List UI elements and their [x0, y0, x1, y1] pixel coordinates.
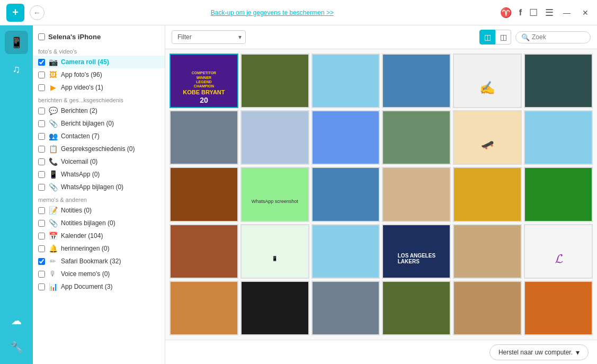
photo-cell[interactable]: 84C986E....JPG [311, 224, 380, 279]
sidebar-item-herinneringen[interactable]: 🔔 herinneringen (0) [33, 242, 165, 255]
berichten-checkbox[interactable] [38, 108, 45, 114]
icon-sidebar: 📱 ♫ ☁ 🔧 [0, 25, 33, 364]
photo-cell[interactable]: ... [524, 281, 593, 335]
whatsapp-label: WhatsApp (0) [61, 171, 100, 178]
filter-select-wrap: Filter Alle Foto's Video's [172, 30, 246, 44]
notities-checkbox[interactable] [38, 207, 45, 214]
main-layout: 📱 ♫ ☁ 🔧 Selena's iPhone foto's & video's… [0, 25, 597, 364]
voice-memo-icon: 🎙 [48, 269, 58, 279]
sidebar-phone-icon[interactable]: 📱 [5, 31, 28, 54]
herinneringen-checkbox[interactable] [38, 245, 45, 252]
sidebar-item-kalender[interactable]: 📅 Kalender (104) [33, 229, 165, 242]
title-bar-center: Back-up om je gegevens te beschermen >> [44, 9, 500, 16]
notities-bijlagen-label: Notities bijlagen (0) [61, 219, 115, 227]
device-checkbox[interactable] [38, 33, 45, 40]
whatsapp-checkbox[interactable] [38, 171, 45, 178]
key-icon[interactable]: ♈ [500, 7, 512, 19]
close-button[interactable]: ✕ [580, 7, 591, 18]
berichten-label: Berichten (2) [61, 107, 97, 114]
photo-cell[interactable]: WhatsApp screenshot A587BD4....J... [240, 167, 309, 221]
photo-cell[interactable]: 9F4F2E09.... [170, 224, 238, 279]
bericht-bijlagen-icon: 📎 [48, 119, 58, 128]
sidebar-item-contacten[interactable]: 👥 Contacten (7) [33, 130, 165, 143]
photo-cell[interactable]: ... [453, 281, 522, 335]
app-fotos-checkbox[interactable] [38, 72, 45, 78]
sidebar-item-voice-memo[interactable]: 🎙 Voice memo's (0) [33, 268, 165, 280]
photo-cell[interactable]: COMPETITORWINNERLEGENDCHAMPIONKOBE BRYAN… [170, 54, 238, 108]
photo-cell[interactable]: ... [170, 281, 238, 335]
contacten-icon: 👥 [48, 131, 58, 141]
sidebar-music-icon[interactable]: ♫ [5, 57, 28, 81]
backup-link[interactable]: Back-up om je gegevens te beschermen >> [211, 9, 334, 16]
sidebar-item-bericht-bijlagen[interactable]: 📎 Bericht bijlagen (0) [33, 117, 165, 130]
title-bar-right: ♈ f ☐ ☰ — ✕ [500, 7, 591, 19]
restore-button[interactable]: Herstel naar uw computer. ▾ [489, 344, 589, 360]
photo-cell[interactable]: 🛹 AE62512....JPG [453, 110, 522, 165]
sidebar-item-gesprek[interactable]: 📋 Gespreksgeschiedenis (0) [33, 143, 165, 155]
photo-cell[interactable]: C06AC7F....JPG [240, 110, 309, 165]
notities-bijlagen-checkbox[interactable] [38, 220, 45, 227]
voicemail-icon: 📞 [48, 157, 58, 166]
photo-grid: COMPETITORWINNERLEGENDCHAMPIONKOBE BRYAN… [165, 49, 597, 340]
chat-icon[interactable]: ☐ [529, 7, 538, 19]
photo-cell[interactable]: ... [382, 281, 451, 335]
sidebar-item-whatsapp[interactable]: 📱 WhatsApp (0) [33, 168, 165, 181]
photo-cell[interactable]: 𝓛 736B3E9F.... [524, 224, 593, 279]
kalender-checkbox[interactable] [38, 233, 45, 239]
photo-cell[interactable]: A5DBEBD....J... [170, 167, 238, 221]
search-input[interactable] [532, 33, 585, 41]
photo-cell[interactable]: D1959EB....JPG [170, 110, 238, 165]
sidebar-cloud-icon[interactable]: ☁ [5, 309, 28, 332]
section-label-photos: foto's & video's [33, 45, 165, 56]
facebook-icon[interactable]: f [519, 8, 522, 17]
photo-cell[interactable]: ... [311, 281, 380, 335]
filter-select[interactable]: Filter Alle Foto's Video's [172, 30, 246, 44]
menu-icon[interactable]: ☰ [545, 7, 554, 19]
bericht-bijlagen-checkbox[interactable] [38, 120, 45, 127]
sidebar-item-notities[interactable]: 📝 Notities (0) [33, 204, 165, 217]
camera-roll-checkbox[interactable] [38, 59, 45, 66]
restore-dropdown-icon[interactable]: ▾ [576, 348, 580, 357]
voice-memo-checkbox[interactable] [38, 271, 45, 278]
app-videos-checkbox[interactable] [38, 84, 45, 91]
photo-cell[interactable]: DD67045....J... [382, 54, 451, 108]
photo-cell[interactable]: DA8243A....J... [524, 54, 593, 108]
list-view-button[interactable]: ◫ [495, 30, 511, 45]
gesprek-checkbox[interactable] [38, 146, 45, 153]
sidebar-item-app-videos[interactable]: ▶ App video's (1) [33, 81, 165, 94]
photo-cell[interactable]: A7A206E....J... [524, 110, 593, 165]
sidebar-item-app-fotos[interactable]: 🖼 App foto's (96) [33, 68, 165, 81]
whatsapp-bijlagen-checkbox[interactable] [38, 184, 45, 191]
search-icon: 🔍 [521, 33, 530, 41]
sidebar-item-notities-bijlagen[interactable]: 📎 Notities bijlagen (0) [33, 217, 165, 229]
camera-roll-label: Camera roll (45) [61, 58, 109, 66]
photo-cell[interactable]: A26862E....J... [453, 167, 522, 221]
photo-cell[interactable]: A1D1EDF....J... [524, 167, 593, 221]
sidebar-item-whatsapp-bijlagen[interactable]: 📎 WhatsApp bijlagen (0) [33, 181, 165, 193]
photo-cell[interactable]: ✍ DA976C83....tiff [453, 54, 522, 108]
minimize-button[interactable]: — [561, 7, 573, 18]
sidebar-item-berichten[interactable]: 💬 Berichten (2) [33, 104, 165, 117]
title-bar: + ← Back-up om je gegevens te beschermen… [0, 0, 597, 25]
sidebar-item-camera-roll[interactable]: 📷 Camera roll (45) [33, 56, 165, 68]
photo-cell[interactable]: 736D3E9....JPG [453, 224, 522, 279]
photo-cell[interactable]: B1F0C26....JPG [382, 110, 451, 165]
app-document-checkbox[interactable] [38, 283, 45, 290]
back-button[interactable]: ← [30, 5, 44, 20]
voicemail-checkbox[interactable] [38, 158, 45, 165]
photo-cell[interactable]: BD0EE9A....J... [311, 110, 380, 165]
grid-view-button[interactable]: ◫ [479, 30, 495, 45]
sidebar-item-safari[interactable]: ✏ Safari Bookmark (32) [33, 255, 165, 268]
photo-cell[interactable]: A3FCFE0....JPG [382, 167, 451, 221]
photo-cell[interactable]: ... [240, 281, 309, 335]
photo-cell[interactable]: DE7D2B0....J... [311, 54, 380, 108]
contacten-checkbox[interactable] [38, 133, 45, 140]
sidebar-tools-icon[interactable]: 🔧 [5, 335, 28, 359]
safari-checkbox[interactable] [38, 258, 45, 265]
photo-cell[interactable]: F2DBB63....JPG [240, 54, 309, 108]
sidebar-item-voicemail[interactable]: 📞 Voicemail (0) [33, 155, 165, 168]
photo-cell[interactable]: A4F82CB....JPG [311, 167, 380, 221]
photo-cell[interactable]: 📱 88219D2....J... [240, 224, 309, 279]
photo-cell[interactable]: LOS ANGELESLAKERS 73D061B....JPG [382, 224, 451, 279]
sidebar-item-app-document[interactable]: 📊 App Document (3) [33, 280, 165, 293]
